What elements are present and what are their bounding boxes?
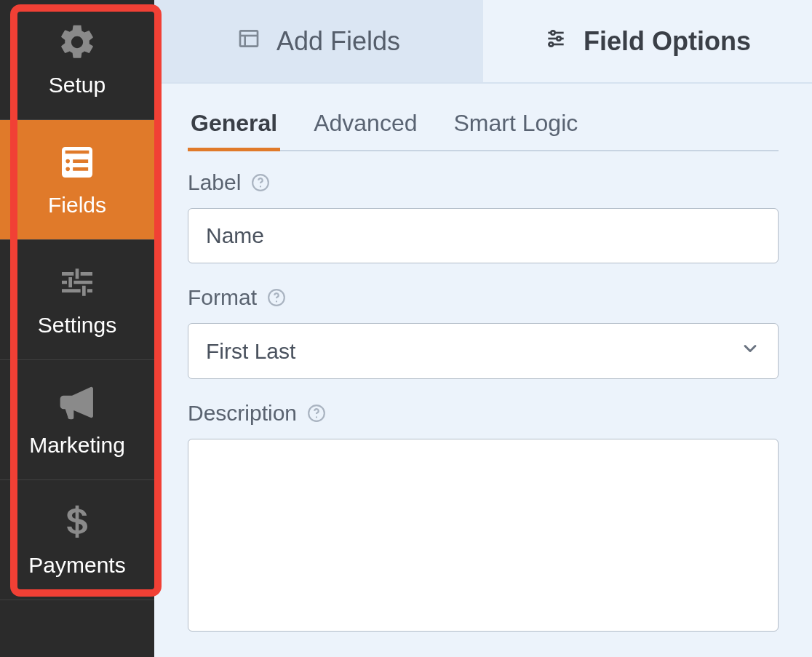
tab-field-options[interactable]: Field Options (483, 0, 812, 82)
format-select[interactable]: First Last (188, 323, 779, 379)
tab-label: Field Options (584, 26, 751, 57)
subtab-advanced[interactable]: Advanced (311, 97, 420, 150)
gear-icon (57, 22, 97, 63)
subtab-general[interactable]: General (188, 97, 280, 150)
options-panel: General Advanced Smart Logic Label Forma… (154, 84, 812, 657)
list-box-icon (57, 142, 97, 183)
select-value: First Last (206, 339, 295, 364)
tab-label: Add Fields (276, 26, 400, 57)
sidebar-item-marketing[interactable]: Marketing (0, 360, 154, 480)
label-text: Description (188, 401, 297, 426)
sidebar-item-label: Marketing (29, 433, 125, 458)
label-text: Format (188, 285, 257, 310)
tab-add-fields[interactable]: Add Fields (154, 0, 483, 82)
svg-point-10 (260, 186, 261, 187)
sidebar-item-fields[interactable]: Fields (0, 120, 154, 240)
sidebar: Setup Fields Settings Marketing Payments (0, 0, 154, 657)
subtab-smart-logic[interactable]: Smart Logic (451, 97, 581, 150)
sidebar-item-label: Settings (38, 313, 116, 338)
description-title: Description (188, 401, 779, 426)
svg-rect-0 (240, 31, 258, 46)
sidebar-item-setup[interactable]: Setup (0, 0, 154, 120)
main-panel: Add Fields Field Options General Advance… (154, 0, 812, 657)
sidebar-item-label: Fields (48, 193, 106, 218)
description-textarea[interactable] (188, 439, 779, 632)
app-root: Setup Fields Settings Marketing Payments (0, 0, 812, 657)
row-label: Label (188, 170, 779, 263)
row-format: Format First Last (188, 285, 779, 379)
svg-point-6 (557, 36, 560, 40)
sliders-icon (57, 262, 97, 303)
sidebar-item-label: Payments (28, 553, 125, 578)
svg-point-12 (276, 300, 277, 302)
chevron-down-icon (740, 338, 760, 364)
label-title: Label (188, 170, 779, 195)
row-description: Description (188, 401, 779, 634)
label-input[interactable] (188, 208, 779, 263)
help-icon[interactable] (251, 173, 270, 192)
help-icon[interactable] (267, 288, 286, 307)
sidebar-item-label: Setup (49, 73, 106, 97)
svg-point-8 (549, 42, 553, 46)
sidebar-item-payments[interactable]: Payments (0, 480, 154, 600)
sliders-icon (544, 26, 568, 57)
sidebar-item-settings[interactable]: Settings (0, 240, 154, 360)
top-tabs: Add Fields Field Options (154, 0, 812, 84)
megaphone-icon (57, 382, 97, 423)
sub-tabs: General Advanced Smart Logic (188, 97, 779, 151)
svg-point-4 (551, 31, 554, 34)
help-icon[interactable] (307, 404, 326, 423)
form-grid-icon (237, 26, 260, 57)
dollar-icon (57, 502, 97, 543)
format-title: Format (188, 285, 779, 310)
svg-point-14 (316, 416, 317, 418)
label-text: Label (188, 170, 241, 195)
